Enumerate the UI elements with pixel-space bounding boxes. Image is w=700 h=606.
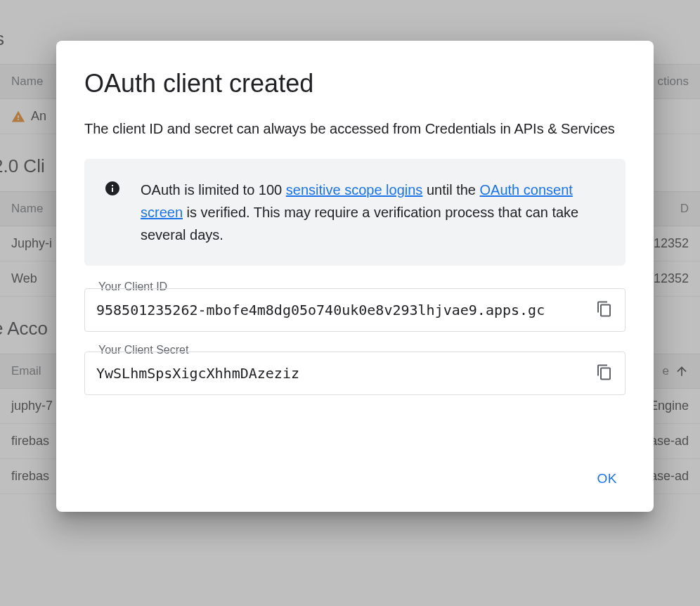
oauth-client-created-dialog: OAuth client created The client ID and s…: [56, 41, 654, 512]
dialog-title: OAuth client created: [84, 69, 626, 98]
dialog-subtitle: The client ID and secret can always be a…: [84, 118, 626, 139]
dialog-actions: OK: [84, 465, 626, 492]
client-secret-field-wrapper: Your Client Secret YwSLhmSpsXigcXhhmDAze…: [84, 352, 626, 395]
info-callout: OAuth is limited to 100 sensitive scope …: [84, 159, 626, 266]
copy-icon: [596, 364, 613, 383]
info-text: OAuth is limited to 100 sensitive scope …: [141, 179, 606, 246]
sensitive-scope-logins-link[interactable]: sensitive scope logins: [286, 182, 423, 198]
copy-client-secret-button[interactable]: [593, 361, 616, 386]
info-icon: [104, 180, 121, 200]
client-id-field-wrapper: Your Client ID 958501235262-mbofe4m8dg05…: [84, 288, 626, 332]
client-secret-value[interactable]: YwSLhmSpsXigcXhhmDAzeziz: [84, 352, 626, 395]
copy-icon: [596, 301, 613, 320]
client-id-value[interactable]: 958501235262-mbofe4m8dg05o740uk0e8v293lh…: [84, 288, 626, 332]
copy-client-id-button[interactable]: [593, 298, 616, 323]
ok-button[interactable]: OK: [589, 465, 626, 492]
